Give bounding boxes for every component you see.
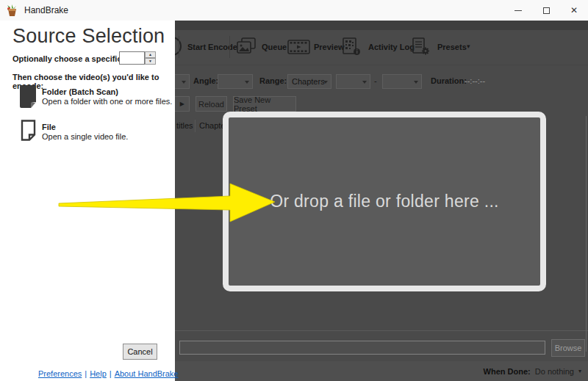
reload-label: Reload xyxy=(198,100,224,109)
minimize-icon xyxy=(514,10,522,11)
queue-icon[interactable] xyxy=(237,37,257,54)
cancel-button[interactable]: Cancel xyxy=(123,344,157,360)
toolbar-separator xyxy=(179,36,179,58)
when-done-dropdown[interactable]: Do nothing xyxy=(535,367,574,376)
window-title: HandBrake xyxy=(24,5,68,15)
save-new-preset-label: Save New Preset xyxy=(234,95,295,113)
handbrake-logo-icon xyxy=(6,4,18,17)
menu-strip xyxy=(175,21,588,30)
maximize-button[interactable] xyxy=(532,0,560,21)
queue-button[interactable]: Queue xyxy=(262,43,287,51)
range-start-dropdown[interactable] xyxy=(336,74,370,89)
title-dropdown[interactable] xyxy=(175,74,190,89)
close-icon: ✕ xyxy=(570,6,578,15)
maximize-icon xyxy=(543,7,550,14)
minimize-button[interactable] xyxy=(504,0,532,21)
chevron-down-icon xyxy=(245,81,249,84)
drop-zone-message: Or drop a file or folder here ... xyxy=(270,192,499,211)
chevron-down-icon xyxy=(414,81,418,84)
folder-option-label[interactable]: Folder (Batch Scan) xyxy=(42,87,118,96)
toolbar-separator xyxy=(229,36,230,58)
presets-icon[interactable] xyxy=(412,37,430,56)
folder-option-description: Open a folder with one or more files. xyxy=(42,97,172,106)
reload-button[interactable]: Reload xyxy=(196,96,227,112)
save-new-preset-button[interactable]: Save New Preset xyxy=(233,96,296,112)
footer-links: Preferences|Help|About HandBrake xyxy=(38,369,179,378)
handbrake-window: HandBrake ✕ Start Encode Queue xyxy=(0,0,588,381)
title-number-input[interactable] xyxy=(119,51,145,65)
about-link[interactable]: About HandBrake xyxy=(115,369,179,378)
cancel-label: Cancel xyxy=(127,347,152,356)
panel-title: Source Selection xyxy=(12,25,165,48)
range-dash: - xyxy=(374,76,377,85)
spinner-down-button[interactable]: ▼ xyxy=(145,58,156,65)
preview-button[interactable]: Preview xyxy=(314,43,345,51)
presets-caret-icon[interactable]: ▾ xyxy=(467,43,470,50)
status-bar: When Done: Do nothing ▾ xyxy=(175,361,588,381)
bottom-divider xyxy=(175,330,588,331)
window-edge xyxy=(586,116,587,352)
title-spinner: ▲ ▼ xyxy=(145,51,156,65)
activity-log-button[interactable]: Activity Log xyxy=(368,43,415,51)
angle-dropdown[interactable] xyxy=(218,74,253,89)
source-selection-panel: Source Selection Optionally choose a spe… xyxy=(0,21,175,381)
scan-controls-row: Angle: Range: Chapters - Duration: --:--… xyxy=(175,74,588,89)
help-link[interactable]: Help xyxy=(90,369,107,378)
range-label: Range: xyxy=(259,76,287,85)
folder-batch-icon[interactable] xyxy=(20,85,36,108)
toolbar: Start Encode Queue Preview xyxy=(175,30,588,65)
spinner-up-button[interactable]: ▲ xyxy=(145,51,156,58)
close-button[interactable]: ✕ xyxy=(560,0,588,21)
browse-button[interactable]: Browse xyxy=(551,339,585,357)
range-end-dropdown[interactable] xyxy=(382,74,422,89)
range-type-value: Chapters xyxy=(292,77,325,86)
activity-log-icon[interactable] xyxy=(343,37,361,56)
tab-subtitles-partial[interactable]: titles xyxy=(176,121,193,130)
file-option-description: Open a single video file. xyxy=(42,132,128,141)
file-option-label[interactable]: File xyxy=(42,123,56,131)
preset-actions-row: ▶ Reload Save New Preset xyxy=(175,96,588,112)
duration-label: Duration: xyxy=(431,76,467,85)
chevron-down-icon[interactable]: ▾ xyxy=(578,368,581,374)
range-type-dropdown[interactable]: Chapters xyxy=(287,74,331,89)
file-drop-zone[interactable]: Or drop a file or folder here ... xyxy=(223,112,546,291)
expand-arrow-icon: ▶ xyxy=(180,101,184,107)
main-window-dimmed: Start Encode Queue Preview xyxy=(175,21,588,381)
toolbar-divider xyxy=(175,65,588,65)
chevron-down-icon xyxy=(182,81,186,84)
source-path-input[interactable] xyxy=(179,341,545,355)
chevron-down-icon xyxy=(362,81,367,84)
preset-expand-button[interactable]: ▶ xyxy=(175,96,190,112)
preview-icon[interactable] xyxy=(287,40,310,54)
angle-label: Angle: xyxy=(193,76,218,85)
chevron-down-icon xyxy=(323,81,328,84)
tab-separator xyxy=(195,120,196,132)
presets-button[interactable]: Presets xyxy=(437,43,467,51)
when-done-label: When Done: xyxy=(484,367,531,376)
browse-label: Browse xyxy=(555,344,582,352)
link-separator: | xyxy=(110,369,112,378)
duration-value: --:--:-- xyxy=(465,76,485,85)
link-separator: | xyxy=(85,369,87,378)
preferences-link[interactable]: Preferences xyxy=(38,369,82,378)
file-icon[interactable] xyxy=(21,120,36,141)
titlebar: HandBrake ✕ xyxy=(0,0,588,21)
